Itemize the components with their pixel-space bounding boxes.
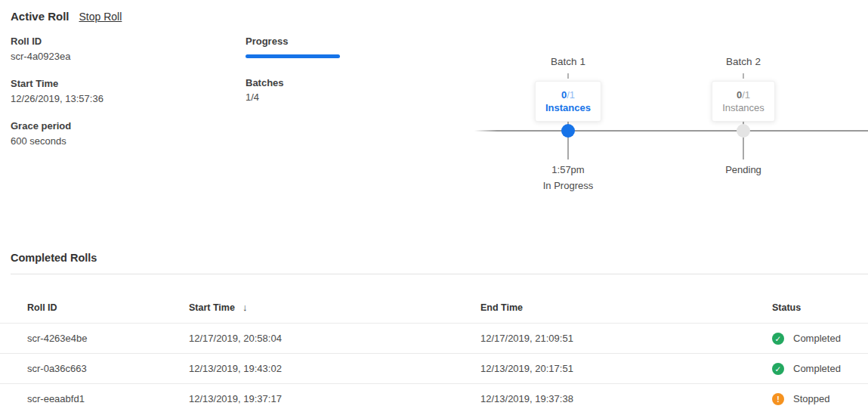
cell-end-time: 12/13/2019, 20:17:51	[480, 363, 772, 374]
instances-label: Instances	[722, 101, 765, 114]
instances-count: 0/1	[722, 88, 765, 101]
check-circle-icon: ✓	[772, 363, 784, 375]
batch-status: In Progress	[508, 180, 629, 192]
col-status: Status	[772, 302, 868, 313]
timeline-batch-1: Batch 1 0/1 Instances 1:57pm In Progress	[508, 56, 629, 122]
cell-status: ✓ Completed	[772, 333, 868, 345]
sort-desc-icon[interactable]: ↓	[242, 302, 248, 313]
batch-info: 1:57pm In Progress	[508, 164, 629, 192]
field-roll-id: Roll ID scr-4a0923ea	[11, 35, 103, 63]
batches-label: Batches	[246, 76, 340, 89]
batch-tick	[567, 73, 569, 79]
field-value: 12/26/2019, 13:57:36	[11, 92, 103, 105]
progress-bar-fill	[246, 54, 340, 58]
field-label: Start Time	[11, 77, 103, 90]
field-start-time: Start Time 12/26/2019, 13:57:36	[11, 77, 103, 105]
cell-end-time: 12/13/2019, 19:37:38	[480, 393, 772, 404]
batch-info: Pending	[683, 164, 804, 180]
instances-card[interactable]: 0/1 Instances	[535, 81, 601, 122]
roll-details: Roll ID scr-4a0923ea Start Time 12/26/20…	[11, 35, 103, 162]
completed-rolls-table: Roll ID Start Time↓ End Time Status scr-…	[0, 292, 868, 412]
col-roll-id: Roll ID	[27, 302, 189, 313]
progress-summary: Progress Batches 1/4	[246, 35, 340, 103]
cell-status: ✓ Completed	[772, 363, 868, 375]
field-label: Roll ID	[11, 35, 103, 48]
timeline-axis	[474, 130, 868, 132]
cell-roll-id: scr-0a36c663	[27, 363, 189, 374]
batch-tick	[743, 73, 744, 79]
field-value: scr-4a0923ea	[11, 50, 103, 63]
instances-label: Instances	[545, 101, 591, 114]
progress-label: Progress	[246, 35, 340, 48]
cell-roll-id: scr-4263e4be	[27, 333, 189, 344]
field-value: 600 seconds	[11, 135, 103, 147]
batch-progress-dot	[561, 124, 575, 138]
field-label: Grace period	[11, 119, 103, 132]
batch-connector-line	[743, 116, 744, 160]
active-roll-title: Active Roll	[11, 10, 70, 23]
stop-roll-link[interactable]: Stop Roll	[79, 11, 122, 23]
batch-connector-line	[567, 116, 569, 160]
table-row[interactable]: scr-4263e4be 12/17/2019, 20:58:04 12/17/…	[0, 323, 868, 353]
status-label: Completed	[793, 363, 841, 374]
cell-roll-id: scr-eeaabfd1	[27, 393, 189, 404]
status-label: Completed	[793, 333, 841, 344]
timeline-batch-2: Batch 2 0/1 Instances Pending	[683, 56, 804, 122]
batch-pending-dot	[737, 124, 750, 138]
completed-rolls-title: Completed Rolls	[11, 252, 97, 264]
batch-name: Batch 1	[508, 56, 629, 68]
progress-bar	[246, 54, 340, 58]
instances-card[interactable]: 0/1 Instances	[712, 81, 775, 122]
batch-name: Batch 2	[683, 56, 804, 68]
cell-start-time: 12/13/2019, 19:43:02	[189, 363, 480, 374]
active-roll-header: Active Roll Stop Roll	[11, 10, 122, 23]
col-end-time: End Time	[480, 302, 772, 313]
batch-time: 1:57pm	[508, 164, 629, 176]
table-header-row: Roll ID Start Time↓ End Time Status	[0, 292, 868, 323]
status-label: Stopped	[793, 393, 829, 404]
warning-circle-icon: !	[772, 393, 784, 405]
instances-count: 0/1	[545, 88, 591, 101]
batches-value: 1/4	[246, 91, 340, 103]
roll-management-page: Active Roll Stop Roll Roll ID scr-4a0923…	[0, 0, 868, 412]
check-circle-icon: ✓	[772, 333, 784, 345]
cell-start-time: 12/13/2019, 19:37:17	[189, 393, 480, 404]
table-row[interactable]: scr-eeaabfd1 12/13/2019, 19:37:17 12/13/…	[0, 383, 868, 412]
cell-start-time: 12/17/2019, 20:58:04	[189, 333, 480, 344]
batch-time: Pending	[683, 164, 804, 176]
field-grace-period: Grace period 600 seconds	[11, 119, 103, 147]
col-start-time[interactable]: Start Time↓	[189, 302, 480, 313]
cell-end-time: 12/17/2019, 21:09:51	[480, 333, 772, 344]
cell-status: ! Stopped	[772, 393, 868, 405]
section-divider	[11, 274, 868, 274]
table-row[interactable]: scr-0a36c663 12/13/2019, 19:43:02 12/13/…	[0, 353, 868, 383]
